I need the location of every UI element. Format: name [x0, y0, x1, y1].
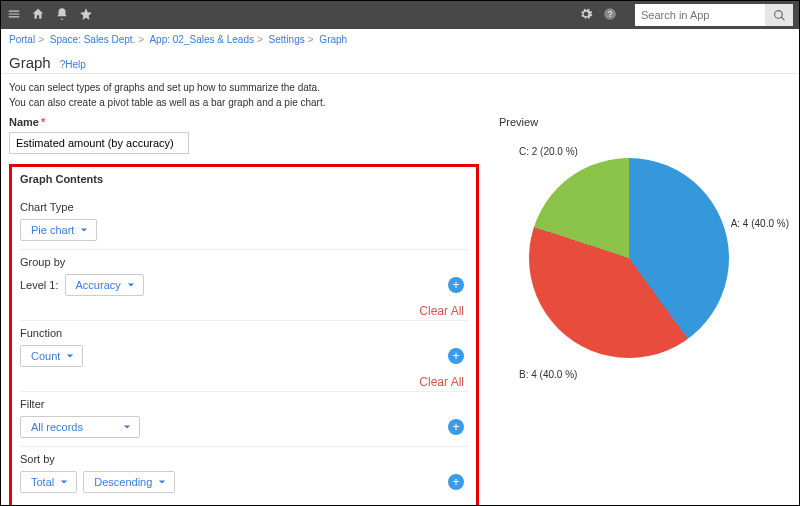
search-button[interactable]	[765, 4, 793, 26]
star-icon[interactable]	[79, 7, 93, 23]
help-icon[interactable]: ?	[603, 7, 617, 23]
breadcrumb-item[interactable]: Settings	[269, 34, 305, 45]
pie-label-a: A: 4 (40.0 %)	[731, 218, 789, 229]
level-1-label: Level 1:	[20, 279, 59, 291]
chevron-down-icon	[158, 478, 166, 486]
breadcrumb-item[interactable]: App: 02_Sales & Leads	[149, 34, 254, 45]
pie-label-b: B: 4 (40.0 %)	[519, 369, 577, 380]
topbar: ?	[1, 1, 799, 29]
clear-group-link[interactable]: Clear All	[419, 304, 464, 318]
group-by-dropdown[interactable]: Accuracy	[65, 274, 144, 296]
function-label: Function	[20, 327, 468, 339]
search-input[interactable]	[635, 5, 765, 25]
function-dropdown[interactable]: Count	[20, 345, 83, 367]
graph-contents-title: Graph Contents	[20, 173, 468, 185]
group-by-label: Group by	[20, 256, 468, 268]
svg-text:?: ?	[608, 10, 613, 19]
gear-icon[interactable]	[579, 7, 593, 23]
required-mark: *	[41, 116, 45, 128]
help-link[interactable]: ?Help	[60, 59, 86, 70]
bell-icon[interactable]	[55, 7, 69, 23]
sort-by-label: Sort by	[20, 453, 468, 465]
page-title: Graph	[9, 54, 51, 71]
menu-icon[interactable]	[7, 7, 21, 23]
chart-type-label: Chart Type	[20, 201, 468, 213]
filter-dropdown[interactable]: All records	[20, 416, 140, 438]
clear-function-link[interactable]: Clear All	[419, 375, 464, 389]
sort-field-dropdown[interactable]: Total	[20, 471, 77, 493]
chevron-down-icon	[80, 226, 88, 234]
pie-label-c: C: 2 (20.0 %)	[519, 146, 578, 157]
add-filter-button[interactable]: +	[448, 419, 464, 435]
breadcrumb-item: Graph	[319, 34, 347, 45]
breadcrumb-item[interactable]: Portal	[9, 34, 35, 45]
page-description: You can select types of graphs and set u…	[1, 80, 799, 116]
graph-contents-box: Graph Contents Chart Type Pie chart Grou…	[9, 164, 479, 506]
pie-graphic	[529, 158, 729, 358]
sort-order-dropdown[interactable]: Descending	[83, 471, 175, 493]
add-group-button[interactable]: +	[448, 277, 464, 293]
add-sort-button[interactable]: +	[448, 474, 464, 490]
search-wrap	[635, 4, 793, 26]
home-icon[interactable]	[31, 7, 45, 23]
chevron-down-icon	[60, 478, 68, 486]
preview-label: Preview	[499, 116, 791, 128]
chevron-down-icon	[66, 352, 74, 360]
chevron-down-icon	[123, 423, 131, 431]
page-header: Graph ?Help	[1, 50, 799, 74]
filter-label: Filter	[20, 398, 468, 410]
pie-chart: A: 4 (40.0 %) B: 4 (40.0 %) C: 2 (20.0 %…	[499, 138, 759, 398]
breadcrumb: Portal> Space: Sales Dept.> App: 02_Sale…	[1, 29, 799, 50]
add-function-button[interactable]: +	[448, 348, 464, 364]
name-field: Name*	[9, 116, 479, 154]
chart-type-dropdown[interactable]: Pie chart	[20, 219, 97, 241]
name-input[interactable]	[9, 132, 189, 154]
breadcrumb-item[interactable]: Space: Sales Dept.	[50, 34, 136, 45]
chevron-down-icon	[127, 281, 135, 289]
